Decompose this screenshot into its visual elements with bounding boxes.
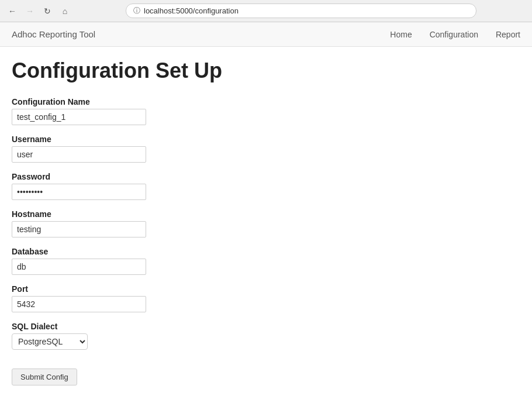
forward-button[interactable]: → bbox=[23, 5, 36, 18]
database-input[interactable] bbox=[12, 259, 146, 275]
reload-button[interactable]: ↻ bbox=[41, 5, 54, 18]
username-input[interactable] bbox=[12, 146, 146, 163]
form-group-password: Password bbox=[12, 172, 520, 200]
port-label: Port bbox=[12, 284, 520, 294]
form-group-username: Username bbox=[12, 135, 520, 163]
form-group-config-name: Configuration Name bbox=[12, 97, 520, 125]
password-label: Password bbox=[12, 172, 520, 181]
info-icon: ⓘ bbox=[133, 6, 140, 16]
sql-dialect-select[interactable]: PostgreSQL MySQL SQLite MSSQL bbox=[12, 333, 88, 350]
form-group-port: Port bbox=[12, 284, 520, 312]
config-name-label: Configuration Name bbox=[12, 97, 520, 106]
sql-dialect-label: SQL Dialect bbox=[12, 322, 520, 331]
browser-chrome: ← → ↻ ⌂ ⓘ localhost:5000/configuration bbox=[0, 0, 532, 22]
form-group-sql-dialect: SQL Dialect PostgreSQL MySQL SQLite MSSQ… bbox=[12, 322, 520, 350]
address-bar: ⓘ localhost:5000/configuration bbox=[126, 4, 476, 18]
port-input[interactable] bbox=[12, 296, 146, 312]
submit-config-button[interactable]: Submit Config bbox=[12, 369, 77, 385]
main-content: Configuration Set Up Configuration Name … bbox=[0, 47, 532, 396]
nav-link-report[interactable]: Report bbox=[496, 30, 520, 39]
form-group-hostname: Hostname bbox=[12, 209, 520, 237]
username-label: Username bbox=[12, 135, 520, 144]
app-title: Adhoc Reporting Tool bbox=[12, 29, 95, 39]
database-label: Database bbox=[12, 247, 520, 256]
password-input[interactable] bbox=[12, 184, 146, 200]
nav-link-home[interactable]: Home bbox=[390, 30, 412, 39]
app-navbar: Adhoc Reporting Tool Home Configuration … bbox=[0, 22, 532, 47]
config-name-input[interactable] bbox=[12, 109, 146, 125]
hostname-label: Hostname bbox=[12, 209, 520, 219]
back-button[interactable]: ← bbox=[6, 5, 19, 18]
url-text: localhost:5000/configuration bbox=[144, 6, 239, 15]
hostname-input[interactable] bbox=[12, 221, 146, 237]
form-group-database: Database bbox=[12, 247, 520, 275]
nav-link-configuration[interactable]: Configuration bbox=[430, 30, 478, 39]
page-title: Configuration Set Up bbox=[12, 58, 520, 83]
home-button[interactable]: ⌂ bbox=[58, 5, 71, 18]
